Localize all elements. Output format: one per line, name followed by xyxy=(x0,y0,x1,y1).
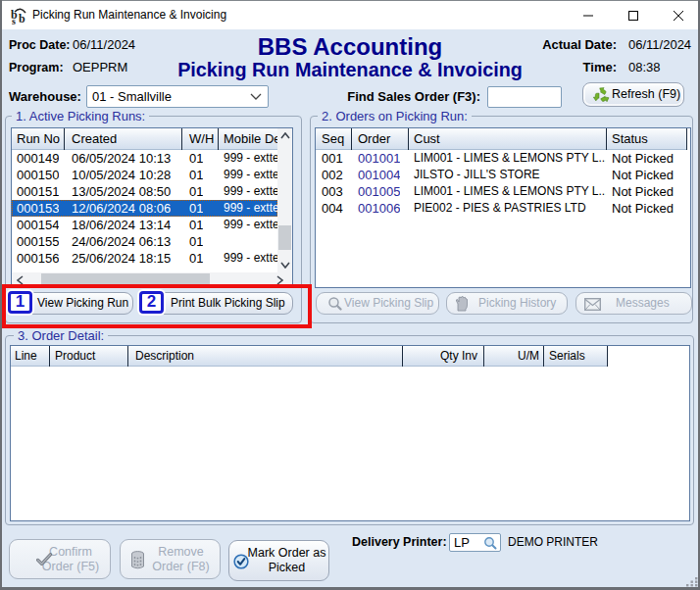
svg-text:b: b xyxy=(19,12,25,25)
svg-text:s: s xyxy=(12,16,16,25)
